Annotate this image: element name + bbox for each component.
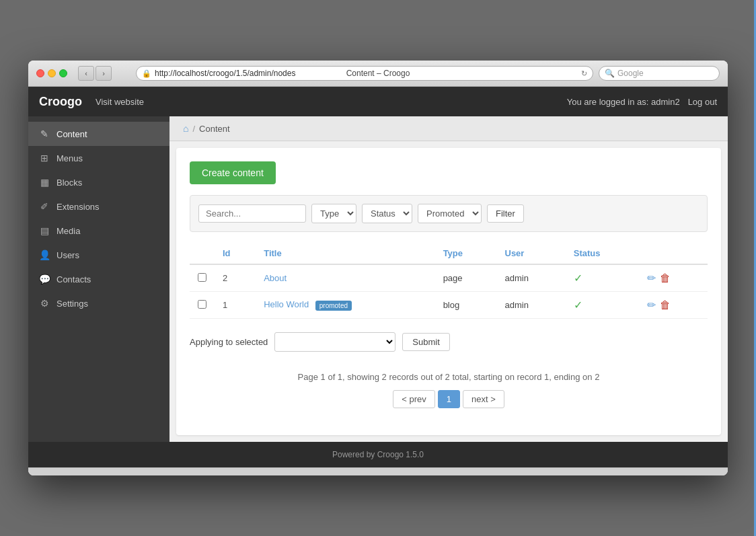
status-check-icon: ✓	[574, 272, 582, 284]
submit-button[interactable]: Submit	[402, 333, 449, 351]
logout-link[interactable]: Log out	[688, 97, 717, 107]
row-title-hello: Hello World promoted	[256, 292, 434, 319]
forward-button[interactable]: ›	[96, 66, 112, 81]
browser-nav: ‹ ›	[78, 66, 112, 81]
promoted-filter-select[interactable]: Promoted	[418, 204, 482, 223]
row-actions-about: ✏ 🗑	[639, 264, 708, 292]
browser-title: Content – Croogo	[346, 69, 410, 78]
maximize-button[interactable]	[59, 69, 67, 77]
row-checkbox-about[interactable]	[198, 273, 206, 282]
sidebar-label-menus: Menus	[56, 153, 83, 163]
row-user-about: admin	[497, 264, 566, 292]
filter-search-input[interactable]	[198, 204, 306, 223]
browser-search-bar[interactable]: 🔍 Google	[599, 66, 720, 81]
app-footer: Powered by Croogo 1.5.0	[28, 442, 728, 467]
current-page-button[interactable]: 1	[438, 390, 460, 408]
app-logo: Croogo	[39, 95, 82, 109]
table-header-status: Status	[566, 243, 640, 264]
breadcrumb-current: Content	[199, 124, 230, 134]
delete-button-about[interactable]: 🗑	[660, 272, 671, 284]
content-icon: ✎	[39, 128, 50, 139]
sidebar: ✎ Content ⊞ Menus ▦ Blocks ✐ Extensions …	[28, 116, 169, 442]
sidebar-label-users: Users	[56, 250, 79, 260]
media-icon: ▤	[39, 225, 50, 236]
delete-button-hello[interactable]: 🗑	[660, 299, 671, 311]
promoted-badge: promoted	[315, 301, 352, 311]
close-button[interactable]	[36, 69, 44, 77]
breadcrumb: ⌂ / Content	[169, 116, 728, 141]
next-page-button[interactable]: next >	[463, 390, 504, 408]
title-link-about[interactable]: About	[264, 273, 287, 283]
title-link-hello[interactable]: Hello World	[264, 299, 309, 309]
sidebar-label-settings: Settings	[56, 299, 88, 309]
search-icon: 🔍	[605, 69, 615, 78]
content-table: Id Title Type User Status	[190, 243, 708, 319]
row-actions-hello: ✏ 🗑	[639, 292, 708, 319]
top-bar-right: You are logged in as: admin2 Log out	[567, 97, 717, 107]
traffic-lights	[36, 69, 67, 77]
browser-titlebar: ‹ › 🔒 http://localhost/croogo/1.5/admin/…	[28, 61, 728, 87]
sidebar-item-contacts[interactable]: 💬 Contacts	[28, 267, 169, 291]
bottom-action-bar: Applying to selected Submit	[190, 332, 708, 352]
prev-page-button[interactable]: < prev	[393, 390, 435, 408]
row-id-about: 2	[215, 264, 256, 292]
visit-website-link[interactable]: Visit website	[96, 97, 144, 107]
table-header-user: User	[497, 243, 566, 264]
blocks-icon: ▦	[39, 177, 50, 188]
sidebar-label-content: Content	[56, 129, 87, 139]
row-type-about: page	[435, 264, 497, 292]
applying-to-selected-label: Applying to selected	[190, 337, 268, 347]
filter-button[interactable]: Filter	[487, 204, 524, 223]
content-area: ⌂ / Content Create content Type Status	[169, 116, 728, 442]
browser-scrollbar	[28, 467, 728, 475]
contacts-icon: 💬	[39, 274, 50, 284]
sidebar-item-extensions[interactable]: ✐ Extensions	[28, 194, 169, 219]
row-checkbox-hello[interactable]	[198, 300, 206, 309]
breadcrumb-home-icon[interactable]: ⌂	[183, 123, 188, 134]
main-area: ✎ Content ⊞ Menus ▦ Blocks ✐ Extensions …	[28, 116, 728, 442]
sidebar-item-users[interactable]: 👤 Users	[28, 243, 169, 267]
edit-button-about[interactable]: ✏	[647, 272, 656, 284]
type-filter-select[interactable]: Type	[311, 204, 356, 223]
top-bar-left: Croogo Visit website	[39, 95, 144, 109]
search-placeholder: Google	[617, 69, 644, 78]
app-layout: Croogo Visit website You are logged in a…	[28, 87, 728, 467]
bulk-action-select[interactable]	[274, 332, 395, 352]
edit-button-hello[interactable]: ✏	[647, 299, 656, 311]
sidebar-label-blocks: Blocks	[56, 178, 82, 188]
logged-in-label: You are logged in as: admin2	[567, 97, 680, 107]
browser-window: ‹ › 🔒 http://localhost/croogo/1.5/admin/…	[28, 61, 728, 475]
minimize-button[interactable]	[48, 69, 56, 77]
back-button[interactable]: ‹	[78, 66, 94, 81]
table-header-id: Id	[215, 243, 256, 264]
top-bar: Croogo Visit website You are logged in a…	[28, 87, 728, 116]
sidebar-item-blocks[interactable]: ▦ Blocks	[28, 170, 169, 194]
sidebar-item-media[interactable]: ▤ Media	[28, 219, 169, 243]
settings-icon: ⚙	[39, 298, 50, 309]
reload-button[interactable]: ↻	[581, 69, 587, 78]
sidebar-item-content[interactable]: ✎ Content	[28, 122, 169, 146]
row-title-about: About	[256, 264, 434, 292]
address-secure-icon: 🔒	[142, 69, 151, 78]
status-filter-select[interactable]: Status	[362, 204, 412, 223]
menus-icon: ⊞	[39, 153, 50, 163]
sidebar-label-media: Media	[56, 226, 80, 236]
content-panel: Create content Type Status Promoted	[176, 148, 721, 435]
table-header-title: Title	[256, 243, 434, 264]
pagination-info: Page 1 of 1, showing 2 records out of 2 …	[190, 372, 708, 382]
extensions-icon: ✐	[39, 201, 50, 212]
row-user-hello: admin	[497, 292, 566, 319]
status-check-icon: ✓	[574, 299, 582, 311]
table-header-type: Type	[435, 243, 497, 264]
users-icon: 👤	[39, 250, 50, 260]
sidebar-label-extensions: Extensions	[56, 202, 100, 212]
create-content-button[interactable]: Create content	[190, 161, 276, 184]
row-type-hello: blog	[435, 292, 497, 319]
pagination-controls: < prev 1 next >	[190, 390, 708, 408]
breadcrumb-separator: /	[192, 124, 195, 134]
table-header-checkbox	[190, 243, 215, 264]
sidebar-item-settings[interactable]: ⚙ Settings	[28, 291, 169, 315]
sidebar-label-contacts: Contacts	[56, 274, 91, 284]
row-status-about: ✓	[566, 264, 640, 292]
sidebar-item-menus[interactable]: ⊞ Menus	[28, 146, 169, 170]
